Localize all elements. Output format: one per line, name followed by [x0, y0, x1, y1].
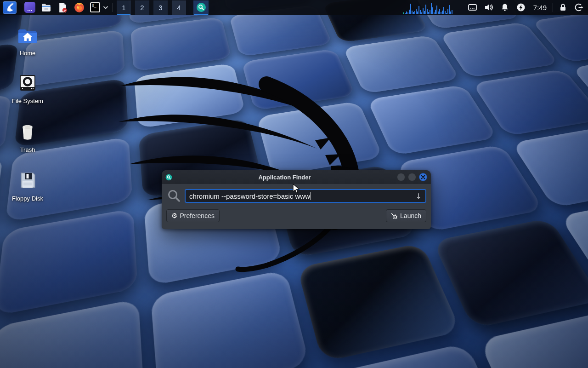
gear-icon: ⚙: [171, 213, 177, 219]
workspace-2-button[interactable]: 2: [135, 0, 149, 15]
firefox-icon: [74, 2, 85, 13]
panel-separator: [553, 3, 553, 12]
file-manager-button[interactable]: [40, 0, 53, 15]
application-finder-window: Application Finder chromium --password-: [162, 170, 431, 229]
panel-separator: [190, 3, 190, 12]
kali-logo-icon: [5, 2, 15, 12]
minimize-button[interactable]: [397, 173, 405, 181]
document-edit-icon: [57, 2, 68, 13]
desktop-icon-label: Trash: [20, 146, 35, 153]
desktop-icon-home[interactable]: Home: [5, 24, 51, 57]
taskbar-app-window-button[interactable]: [23, 0, 36, 15]
chevron-down-icon: [103, 6, 108, 9]
desktop-icon-floppy-disk[interactable]: Floppy Disk: [5, 169, 51, 202]
mouse-cursor: [293, 184, 301, 195]
logout-icon[interactable]: [572, 0, 585, 15]
text-cursor: [311, 192, 311, 200]
maximize-button[interactable]: [408, 173, 416, 181]
cpu-graph[interactable]: [403, 1, 463, 14]
desktop-icon-label: File System: [12, 98, 43, 104]
preferences-label: Preferences: [180, 212, 214, 219]
lock-screen-icon[interactable]: [556, 0, 569, 15]
floppy-disk-icon: [17, 169, 39, 191]
applications-menu-button[interactable]: [3, 1, 17, 14]
terminal-dropdown-button[interactable]: $_: [89, 0, 109, 15]
trash-bin-icon: [17, 121, 39, 143]
workspace-4-button[interactable]: 4: [172, 0, 186, 15]
desktop-icon-label: Floppy Disk: [12, 195, 43, 202]
hard-drive-icon: [17, 72, 39, 94]
window-appfinder-icon: [165, 174, 172, 181]
close-icon: [421, 175, 425, 179]
volume-icon[interactable]: [482, 0, 495, 15]
search-input[interactable]: chromium --password-store=basic www ↓: [185, 189, 426, 203]
desktop-screen: $_ 1 2 3 4: [0, 0, 588, 368]
search-input-value: chromium --password-store=basic www: [189, 192, 310, 200]
firefox-button[interactable]: [73, 0, 86, 15]
workspace-1-button[interactable]: 1: [117, 0, 131, 15]
window-title: Application Finder: [175, 174, 394, 181]
launch-label: Launch: [400, 212, 421, 219]
launch-button[interactable]: Launch: [386, 209, 426, 222]
close-button[interactable]: [419, 173, 427, 181]
folder-icon: [40, 2, 52, 13]
panel-separator: [20, 3, 20, 12]
top-panel: $_ 1 2 3 4: [0, 0, 588, 15]
appfinder-icon: [196, 2, 206, 12]
power-manager-icon[interactable]: [514, 0, 527, 15]
desktop-icon-label: Home: [20, 50, 36, 57]
terminal-icon: $_: [90, 2, 100, 12]
home-folder-icon: [17, 24, 39, 46]
display-icon[interactable]: [466, 0, 479, 15]
preferences-button[interactable]: ⚙ Preferences: [166, 209, 220, 222]
text-editor-button[interactable]: [56, 0, 69, 15]
clock[interactable]: 7:49: [531, 0, 549, 15]
appfinder-panel-button[interactable]: [193, 0, 209, 15]
workspace-3-button[interactable]: 3: [153, 0, 168, 15]
desktop-icon-file-system[interactable]: File System: [5, 72, 51, 104]
launch-gear-icon: [391, 213, 398, 219]
app-window-icon: [24, 2, 35, 13]
titlebar[interactable]: Application Finder: [162, 170, 431, 184]
notifications-bell-icon[interactable]: [498, 0, 511, 15]
dropdown-arrow-icon[interactable]: ↓: [416, 192, 422, 201]
search-icon: [166, 189, 182, 203]
desktop-icon-trash[interactable]: Trash: [5, 121, 51, 153]
panel-separator: [113, 3, 113, 12]
